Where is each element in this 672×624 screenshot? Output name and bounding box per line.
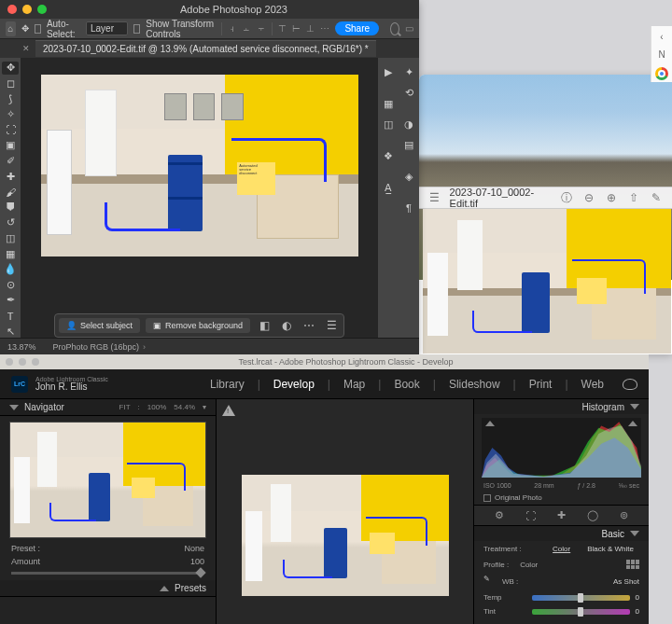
edit-sliders-icon[interactable]: ⚙ — [492, 508, 507, 523]
learn-panel-icon[interactable]: ✦ — [400, 63, 417, 80]
sidebar-toggle-icon[interactable]: ☰ — [428, 191, 441, 204]
nav-chevron-icon[interactable]: ▾ — [203, 403, 206, 411]
histogram[interactable] — [482, 418, 641, 478]
temp-value[interactable]: 0 — [636, 593, 639, 602]
remove-background-button[interactable]: ▣Remove background — [146, 318, 250, 333]
profile-value[interactable]: Color — [520, 561, 538, 569]
eyedropper-tool[interactable]: ✐ — [2, 155, 19, 168]
align-top-icon[interactable]: ⊤ — [278, 22, 287, 35]
navigator-preview[interactable] — [9, 422, 206, 538]
wb-value[interactable]: As Shot — [613, 577, 639, 586]
close-button[interactable] — [7, 5, 17, 14]
info-icon[interactable]: ⓘ — [560, 191, 573, 204]
healing-tool[interactable]: ✚ — [2, 170, 19, 183]
type-panel-icon[interactable]: A̲ — [380, 179, 397, 196]
zoom-button[interactable] — [37, 5, 47, 14]
type-tool[interactable]: T — [2, 310, 19, 323]
frame-tool[interactable]: ▣ — [2, 139, 19, 152]
zoom-in-icon[interactable]: ⊕ — [605, 191, 618, 204]
temp-slider[interactable] — [532, 595, 630, 601]
select-subject-button[interactable]: 👤Select subject — [59, 318, 140, 333]
treatment-color[interactable]: Color — [547, 544, 576, 554]
nav-custom[interactable]: 54.4% — [174, 403, 195, 411]
back-icon[interactable]: ‹ — [660, 32, 663, 42]
home-icon[interactable]: ⌂ — [6, 21, 16, 36]
path-tool[interactable]: ↖ — [2, 325, 19, 338]
zoom-level[interactable]: 13.87% — [7, 342, 36, 352]
align-right-icon[interactable]: ⫟ — [257, 22, 266, 35]
presets-title[interactable]: Presets — [175, 583, 206, 593]
close-button[interactable] — [6, 358, 13, 366]
move-tool[interactable]: ✥ — [2, 62, 19, 75]
history-brush-tool[interactable]: ↺ — [2, 216, 19, 229]
zoom-out-icon[interactable]: ⊖ — [582, 191, 595, 204]
close-tab-icon[interactable]: ✕ — [22, 44, 30, 53]
module-book[interactable]: Book — [394, 378, 419, 391]
workspace-icon[interactable]: ▭ — [405, 23, 413, 34]
lasso-tool[interactable]: ⟆ — [2, 92, 19, 105]
collapse-icon[interactable] — [630, 404, 639, 409]
pen-tool[interactable]: ✒ — [2, 294, 19, 307]
collapse-icon[interactable] — [9, 405, 19, 410]
dodge-tool[interactable]: ⊙ — [2, 279, 19, 292]
color-panel-icon[interactable]: ▦ — [380, 95, 397, 112]
share-icon[interactable]: ⇧ — [627, 191, 640, 204]
show-transform-checkbox[interactable] — [133, 24, 140, 34]
nav-fit[interactable]: FIT — [119, 403, 131, 411]
transform-icon[interactable]: ◧ — [256, 317, 273, 334]
search-icon[interactable] — [390, 22, 399, 35]
basic-title[interactable]: Basic — [602, 529, 624, 539]
module-slideshow[interactable]: Slideshow — [449, 378, 500, 391]
minimize-button[interactable] — [19, 358, 26, 366]
mask-icon[interactable]: ◯ — [585, 508, 600, 523]
module-print[interactable]: Print — [529, 378, 553, 391]
wand-tool[interactable]: ✧ — [2, 108, 19, 121]
treatment-bw[interactable]: Black & White — [581, 544, 639, 554]
minimize-button[interactable] — [22, 5, 32, 14]
auto-select-checkbox[interactable] — [35, 24, 41, 34]
align-middle-icon[interactable]: ⊢ — [292, 22, 301, 35]
more-align-icon[interactable]: ⋯ — [320, 22, 329, 35]
align-center-h-icon[interactable]: ⫠ — [242, 22, 251, 35]
adjustment-icon[interactable]: ◐ — [278, 317, 295, 334]
soft-proof-warning-icon[interactable] — [222, 405, 235, 416]
align-left-icon[interactable]: ⫞ — [228, 22, 236, 35]
healing-icon[interactable]: ✚ — [553, 508, 568, 523]
module-develop[interactable]: Develop — [273, 378, 315, 391]
chrome-icon[interactable] — [655, 67, 668, 80]
auto-select-dropdown[interactable]: Layer — [86, 21, 128, 35]
amount-slider[interactable] — [11, 572, 204, 575]
blur-tool[interactable]: 💧 — [2, 263, 19, 276]
tint-slider[interactable] — [532, 609, 630, 615]
properties-icon[interactable]: ☰ — [323, 317, 340, 334]
module-library[interactable]: Library — [210, 378, 245, 391]
channels-panel-icon[interactable]: ◈ — [400, 168, 417, 185]
stamp-tool[interactable]: ⛊ — [2, 201, 19, 214]
tint-value[interactable]: 0 — [636, 607, 639, 616]
develop-loupe[interactable] — [217, 399, 473, 624]
timeline-play-icon[interactable]: ▶ — [380, 63, 397, 80]
marquee-tool[interactable]: ◻ — [2, 77, 19, 90]
original-checkbox[interactable] — [483, 494, 491, 502]
layers-panel-icon[interactable]: ❖ — [380, 147, 397, 164]
preset-value[interactable]: None — [184, 544, 204, 553]
doc-profile[interactable]: ProPhoto RGB (16bpc) — [53, 342, 140, 352]
markup-icon[interactable]: ✎ — [650, 191, 663, 204]
share-button[interactable]: Share — [335, 21, 379, 35]
paragraph-panel-icon[interactable]: ¶ — [400, 200, 417, 216]
swatches-panel-icon[interactable]: ◫ — [380, 116, 397, 132]
shadow-clip-icon[interactable] — [485, 421, 495, 426]
adjustments-panel-icon[interactable]: ◑ — [400, 116, 417, 132]
zoom-button[interactable] — [32, 358, 39, 366]
chevron-right-icon[interactable]: › — [143, 342, 146, 352]
collapse-icon[interactable] — [630, 531, 639, 536]
highlight-clip-icon[interactable] — [628, 421, 637, 426]
crop-tool[interactable]: ⛶ — [2, 123, 19, 136]
wb-eyedropper-icon[interactable]: ✎ — [483, 575, 497, 588]
gradient-tool[interactable]: ▦ — [2, 247, 19, 260]
expand-icon[interactable] — [160, 586, 169, 591]
history-panel-icon[interactable]: ⟲ — [400, 84, 417, 101]
profile-browser-icon[interactable] — [626, 560, 639, 569]
sync-cloud-icon[interactable] — [623, 379, 637, 390]
module-map[interactable]: Map — [343, 378, 365, 391]
